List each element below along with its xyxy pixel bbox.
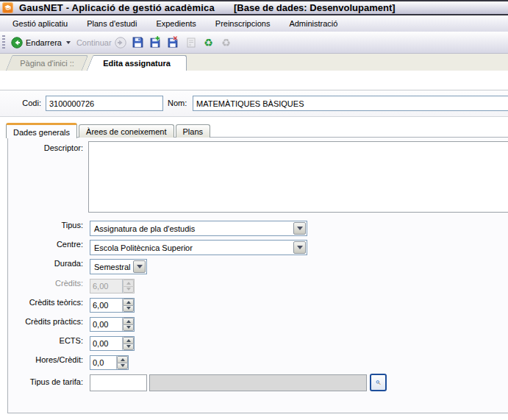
descriptor-label: Descriptor: — [0, 143, 83, 152]
spin-up-icon[interactable] — [123, 318, 134, 324]
credits-teorics-input[interactable] — [90, 299, 122, 312]
tipus-selected-value: Assignatura de pla d'estudis — [90, 224, 293, 233]
spin-down-icon[interactable] — [123, 324, 134, 332]
floppy-disk-plus-icon — [149, 36, 162, 49]
chevron-down-icon[interactable] — [133, 260, 146, 273]
nom-input[interactable] — [193, 96, 508, 111]
menu-expedients[interactable]: Expedients — [146, 17, 205, 30]
magnifier-icon — [376, 377, 381, 388]
page-content: Codi: Nom: Dades generals Àrees de conei… — [0, 71, 508, 420]
codi-input[interactable] — [46, 96, 163, 111]
detail-tab-strip: Dades generals Àrees de coneixement Plan… — [6, 122, 212, 138]
chevron-down-icon[interactable] — [293, 222, 306, 235]
toolbar: Endarrera Continuar ♻ ♻ — [0, 32, 508, 54]
tab-edita-assignatura[interactable]: Edita assignatura — [90, 55, 184, 71]
durada-label: Durada: — [0, 259, 83, 268]
form-button — [183, 35, 199, 51]
spinner-buttons[interactable] — [122, 337, 134, 350]
descriptor-textarea[interactable] — [88, 141, 508, 213]
tipus-tarifa-code-input[interactable] — [90, 374, 147, 391]
tipus-tarifa-search-button[interactable] — [370, 374, 387, 391]
nom-label: Nom: — [168, 99, 190, 107]
floppy-disk-x-icon — [167, 36, 179, 49]
tipus-label: Tipus: — [0, 221, 83, 229]
credits-input — [90, 280, 122, 293]
credits-practics-spinner[interactable] — [90, 317, 135, 332]
centre-selected-value: Escola Politècnica Superior — [90, 243, 293, 252]
spin-down-icon[interactable] — [123, 305, 134, 313]
hores-credit-label: Hores/Crèdit: — [0, 355, 83, 364]
forward-arrow-icon — [115, 37, 126, 49]
graduation-cap-icon — [2, 2, 13, 13]
credits-spinner — [90, 279, 135, 293]
application-window: GausNET - Aplicació de gestió acadèmica … — [0, 0, 508, 420]
tipus-tarifa-label: Tipus de tarifa: — [0, 377, 83, 386]
forward-button: Continuar — [74, 35, 129, 51]
credits-teorics-label: Crèdits teòrics: — [0, 298, 83, 307]
credits-practics-input[interactable] — [90, 318, 122, 331]
back-button[interactable]: Endarrera — [8, 35, 65, 51]
spinner-buttons — [122, 280, 134, 293]
spin-down-icon — [123, 286, 134, 293]
menu-gestio-aplicatiu[interactable]: Gestió aplicatiu — [3, 17, 77, 30]
spinner-buttons[interactable] — [116, 356, 128, 369]
spin-up-icon[interactable] — [117, 356, 128, 363]
back-dropdown-caret[interactable] — [66, 41, 71, 44]
credits-teorics-spinner[interactable] — [90, 298, 135, 313]
toolbar-grip[interactable] — [2, 35, 5, 50]
durada-selected-value: Semestral — [90, 263, 132, 271]
hores-credit-spinner[interactable] — [90, 355, 129, 370]
tab-plans[interactable]: Plans — [176, 124, 211, 138]
durada-select[interactable]: Semestral — [90, 259, 147, 274]
menu-administracio[interactable]: Administració — [279, 17, 347, 30]
document-icon — [185, 37, 197, 49]
ects-input[interactable] — [90, 337, 122, 350]
ects-label: ECTS: — [0, 336, 83, 345]
menu-preinscripcions[interactable]: Preinscripcions — [206, 17, 280, 30]
tab-arees-de-coneixement[interactable]: Àrees de coneixement — [79, 124, 173, 138]
recycle-bin-icon: ♻ — [204, 38, 213, 48]
page-tab-strip: Pàgina d'inici :: Edita assignatura — [0, 54, 508, 71]
tipus-select[interactable]: Assignatura de pla d'estudis — [90, 221, 307, 236]
database-badge: [Base de dades: Desenvolupament] — [234, 2, 396, 13]
save-button[interactable] — [130, 35, 146, 51]
hores-credit-input[interactable] — [90, 356, 116, 369]
spinner-buttons[interactable] — [122, 318, 134, 331]
recycle-bin-icon: ♻ — [221, 38, 231, 48]
ects-spinner[interactable] — [90, 336, 135, 351]
header-panel: Codi: Nom: — [0, 90, 508, 117]
chevron-down-icon[interactable] — [293, 241, 306, 254]
floppy-disk-icon — [132, 36, 144, 49]
forward-button-label: Continuar — [76, 38, 112, 47]
back-button-label: Endarrera — [26, 38, 62, 47]
title-bar: GausNET - Aplicació de gestió acadèmica … — [0, 0, 508, 15]
save-delete-button[interactable] — [165, 35, 182, 51]
spin-down-icon[interactable] — [123, 344, 134, 351]
spin-up-icon — [123, 280, 134, 286]
spin-up-icon[interactable] — [123, 299, 134, 305]
tab-pagina-dinici[interactable]: Pàgina d'inici :: — [9, 55, 85, 71]
menu-plans-destudi[interactable]: Plans d'estudi — [77, 17, 146, 30]
recycle-bin-button[interactable]: ♻ — [201, 35, 217, 51]
credits-practics-label: Crèdits pràctics: — [0, 317, 83, 326]
spin-down-icon[interactable] — [117, 363, 128, 370]
menu-bar: Gestió aplicatiu Plans d'estudi Expedien… — [0, 15, 508, 32]
centre-select[interactable]: Escola Politècnica Superior — [90, 240, 307, 255]
credits-label: Crèdits: — [0, 279, 83, 288]
tab-dades-generals[interactable]: Dades generals — [6, 123, 77, 138]
codi-label: Codi: — [0, 99, 41, 107]
save-add-button[interactable] — [148, 35, 164, 51]
tipus-tarifa-description-field — [149, 374, 367, 391]
window-title: GausNET - Aplicació de gestió acadèmica — [19, 2, 215, 13]
spinner-buttons[interactable] — [122, 299, 134, 312]
centre-label: Centre: — [0, 240, 83, 249]
back-arrow-icon — [11, 37, 23, 49]
recycle-bin-button-disabled: ♻ — [218, 35, 235, 51]
spin-up-icon[interactable] — [123, 337, 134, 344]
